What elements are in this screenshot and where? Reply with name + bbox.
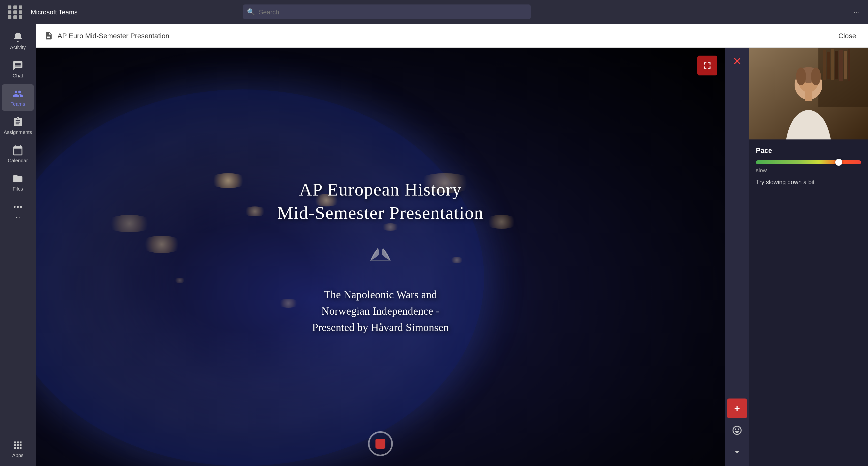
- sidebar-label-assignments: Assignments: [4, 129, 32, 135]
- search-icon: 🔍: [247, 8, 255, 16]
- reaction-button[interactable]: [727, 420, 747, 440]
- chevron-down-button[interactable]: [727, 442, 747, 462]
- sidebar-label-more: ···: [16, 214, 20, 220]
- expand-icon: [702, 60, 713, 71]
- svg-point-2: [20, 206, 22, 208]
- sidebar-item-files[interactable]: Files: [2, 169, 34, 196]
- svg-rect-11: [831, 49, 834, 80]
- sidebar: Activity Chat Teams Assignments Calendar: [0, 24, 36, 466]
- search-input[interactable]: [243, 4, 531, 19]
- pace-suggestion: Try slowing down a bit: [756, 178, 861, 186]
- record-stop-icon: [375, 439, 385, 448]
- bell-icon: [12, 32, 23, 43]
- more-options-button[interactable]: ···: [854, 7, 860, 17]
- sidebar-item-chat[interactable]: Chat: [2, 56, 34, 82]
- close-slide-button[interactable]: ✕: [727, 52, 747, 71]
- sidebar-item-assignments[interactable]: Assignments: [2, 113, 34, 139]
- presenter-video: [749, 48, 868, 140]
- pace-bar: [756, 160, 861, 164]
- add-action-button[interactable]: +: [727, 399, 747, 418]
- chat-icon: [12, 60, 23, 71]
- record-button[interactable]: [368, 431, 393, 456]
- svg-rect-10: [827, 52, 830, 79]
- app-title: Microsoft Teams: [31, 8, 78, 16]
- presentation-title: AP Euro Mid-Semester Presentation: [58, 31, 169, 39]
- close-button[interactable]: Close: [834, 30, 860, 41]
- slide-logo: [366, 241, 395, 270]
- pace-label: Pace: [756, 146, 861, 154]
- svg-rect-15: [848, 49, 850, 81]
- slide-subtitle: The Napoleonic Wars and Norwegian Indepe…: [312, 286, 448, 336]
- svg-rect-12: [835, 51, 838, 79]
- reaction-icon: [732, 425, 743, 436]
- sidebar-item-activity[interactable]: Activity: [2, 28, 34, 54]
- svg-rect-14: [844, 51, 847, 79]
- sidebar-item-apps[interactable]: Apps: [2, 436, 34, 462]
- sidebar-label-calendar: Calendar: [8, 158, 28, 163]
- svg-rect-13: [839, 50, 843, 81]
- assignments-icon: [12, 117, 23, 127]
- teams-icon: [12, 88, 23, 99]
- sidebar-label-chat: Chat: [13, 73, 23, 79]
- svg-point-20: [811, 67, 821, 85]
- sidebar-item-teams[interactable]: Teams: [2, 84, 34, 111]
- right-panel: Pace slow Try slowing down a bit: [749, 48, 868, 466]
- svg-point-1: [17, 206, 19, 208]
- slide-content: AP European HistoryMid-Semester Presenta…: [267, 168, 494, 345]
- svg-point-19: [796, 67, 806, 85]
- document-icon: [44, 31, 54, 40]
- slide-container: AP European HistoryMid-Semester Presenta…: [36, 48, 725, 466]
- sidebar-label-activity: Activity: [10, 45, 26, 50]
- more-icon: [12, 202, 23, 212]
- calendar-icon: [12, 145, 23, 156]
- video-thumbnail: [749, 48, 868, 140]
- pace-slow-label: slow: [756, 167, 861, 173]
- side-actions: ✕ +: [725, 48, 749, 466]
- sidebar-label-apps: Apps: [12, 453, 24, 458]
- svg-rect-9: [824, 50, 826, 80]
- content-topbar: AP Euro Mid-Semester Presentation Close: [36, 24, 868, 48]
- chevron-down-icon: [733, 448, 742, 457]
- sidebar-item-calendar[interactable]: Calendar: [2, 141, 34, 167]
- sidebar-label-files: Files: [13, 186, 23, 192]
- title-bar: Microsoft Teams 🔍 ···: [0, 0, 868, 24]
- search-bar[interactable]: 🔍: [243, 4, 531, 19]
- content-area: AP Euro Mid-Semester Presentation Close: [36, 24, 868, 466]
- sidebar-item-more[interactable]: ···: [2, 198, 34, 224]
- pace-indicator: [835, 159, 842, 166]
- svg-point-0: [14, 206, 16, 208]
- pace-section: Pace slow Try slowing down a bit: [749, 140, 868, 466]
- main-layout: Activity Chat Teams Assignments Calendar: [0, 24, 868, 466]
- app-grid-icon: [8, 5, 23, 19]
- files-icon: [12, 173, 23, 184]
- presentation-area: AP European HistoryMid-Semester Presenta…: [36, 48, 868, 466]
- apps-icon: [12, 440, 23, 450]
- svg-rect-21: [805, 91, 812, 101]
- sidebar-label-teams: Teams: [11, 101, 25, 107]
- slide-expand-button[interactable]: [698, 56, 717, 76]
- slide-title: AP European HistoryMid-Semester Presenta…: [277, 178, 484, 225]
